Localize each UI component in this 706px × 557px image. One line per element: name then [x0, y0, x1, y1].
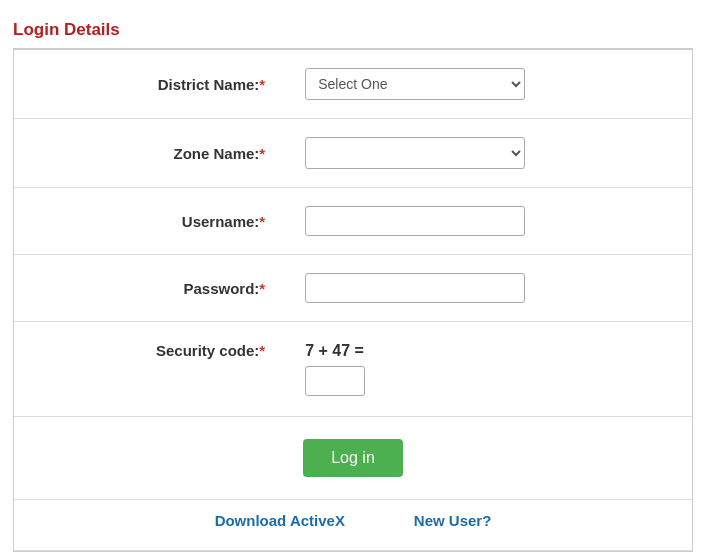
zone-required: * [259, 145, 265, 162]
zone-row: Zone Name:* [14, 119, 692, 188]
zone-select[interactable] [305, 137, 525, 169]
password-row: Password:* [14, 255, 692, 322]
page-title: Login Details [13, 10, 693, 49]
security-label: Security code:* [14, 322, 285, 417]
action-row: Log in [14, 417, 692, 500]
password-label: Password:* [14, 255, 285, 322]
links-row: Download ActiveX New User? [14, 500, 692, 551]
password-required: * [259, 280, 265, 297]
district-label: District Name:* [14, 50, 285, 119]
district-select[interactable]: Select One [305, 68, 525, 100]
login-button[interactable]: Log in [303, 439, 403, 477]
username-label: Username:* [14, 188, 285, 255]
security-required: * [259, 342, 265, 359]
username-input[interactable] [305, 206, 525, 236]
security-code-input[interactable] [305, 366, 365, 396]
password-input[interactable] [305, 273, 525, 303]
download-activex-link[interactable]: Download ActiveX [215, 512, 345, 529]
zone-label: Zone Name:* [14, 119, 285, 188]
login-form: District Name:* Select One Zone Name:* [14, 50, 692, 551]
security-equation: 7 + 47 = [305, 342, 672, 360]
district-row: District Name:* Select One [14, 50, 692, 119]
district-required: * [259, 76, 265, 93]
security-row: Security code:* 7 + 47 = [14, 322, 692, 417]
username-row: Username:* [14, 188, 692, 255]
username-required: * [259, 213, 265, 230]
new-user-link[interactable]: New User? [414, 512, 492, 529]
